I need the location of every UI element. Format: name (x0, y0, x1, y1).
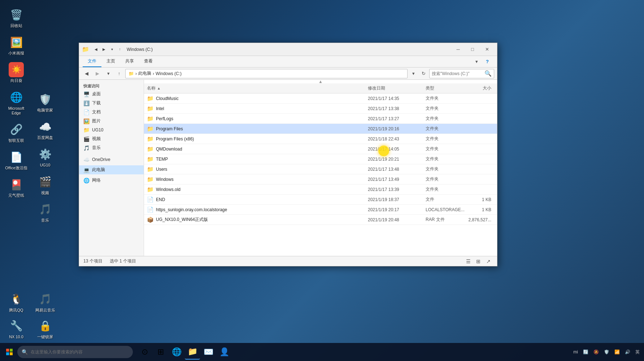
desktop-icon-onekey-lock[interactable]: 🔒 一键锁屏 (32, 318, 58, 339)
help-button[interactable]: ? (483, 57, 492, 66)
maximize-button[interactable]: □ (465, 43, 480, 56)
folder-item-icon: 📁 (147, 186, 154, 193)
close-button[interactable]: ✕ (480, 43, 494, 56)
desktop-icon-ug10[interactable]: ⚙️ UG10 (32, 147, 58, 168)
forward-button[interactable]: ▶ (93, 69, 102, 78)
taskbar-user[interactable]: 👤 (217, 344, 232, 360)
taskbar-network-icon: 📶 (613, 349, 621, 355)
taskbar-file-explorer[interactable]: 📁 (185, 344, 200, 360)
sidebar-item-documents[interactable]: 📄 文档 📌 (79, 108, 144, 117)
tab-view[interactable]: 查看 (139, 56, 158, 67)
computer-mgr-icon: 🛡️ (38, 92, 53, 107)
desktop-icon-zhilian[interactable]: 🔗 智联互联 (4, 122, 29, 143)
table-row[interactable]: 📁 PerfLogs 2021/1/17 13:27 文件夹 (144, 114, 497, 124)
file-name: TEMP (156, 157, 368, 162)
table-row[interactable]: 📄 https_sunlogin.oray.com.localstorage 2… (144, 205, 497, 215)
table-row[interactable]: 📁 QMDownload 2021/1/17 14:05 文件夹 (144, 144, 497, 154)
desktop-icons-bottom2: 🎵 网易云音乐 🔒 一键锁屏 (32, 292, 58, 339)
desktop-icon-pdf[interactable]: 📄 Office激活指 (4, 149, 29, 170)
dropdown-history-btn[interactable]: ▾ (104, 69, 113, 78)
path-drive[interactable]: Windows (C:) (156, 71, 182, 76)
table-row[interactable]: 📁 TEMP 2021/1/19 20:21 文件夹 (144, 154, 497, 164)
col-header-date[interactable]: 修改日期 (368, 85, 426, 91)
folder-item-icon: 📁 (147, 156, 154, 162)
pictures-sidebar-icon: 🖼️ (83, 118, 90, 124)
svg-rect-3 (10, 352, 13, 355)
desktop-icon-computer-mgr[interactable]: 🛡️ 电脑管家 (32, 92, 58, 113)
sidebar-item-pictures[interactable]: 🖼️ 图片 📌 (79, 117, 144, 126)
table-row[interactable]: 📁 Windows 2021/1/17 13:49 文件夹 (144, 174, 497, 184)
path-this-pc[interactable]: 此电脑 (138, 70, 151, 77)
col-header-name[interactable]: 名称 ▲ (147, 85, 368, 91)
tab-share[interactable]: 共享 (120, 56, 139, 67)
desktop-icon-music[interactable]: 🎵 音乐 (32, 202, 58, 223)
table-row[interactable]: 📁 Intel 2021/1/17 13:38 文件夹 (144, 104, 497, 114)
file-name: QMDownload (156, 147, 368, 152)
table-row[interactable]: 📁 Users 2021/1/17 13:48 文件夹 (144, 164, 497, 174)
desktop-icon-baidudisk[interactable]: ☁️ 百度网盘 (32, 119, 58, 140)
expand-button[interactable]: ↗ (484, 257, 493, 265)
up-button[interactable]: ↑ (114, 69, 124, 78)
taskbar-mail[interactable]: ✉️ (201, 344, 216, 360)
desktop-icon-netease[interactable]: 🎵 网易云音乐 (32, 292, 58, 313)
sidebar-item-network[interactable]: 🌐 网络 (79, 176, 144, 185)
taskbar-edge[interactable]: 🌐 (169, 344, 184, 360)
taskbar-task-view[interactable]: ⊞ (153, 344, 168, 360)
sidebar-item-desktop[interactable]: 🖥️ 桌面 📌 (79, 90, 144, 99)
dropdown-path-btn[interactable]: ▾ (409, 69, 418, 78)
file-list-area: ▲ 名称 ▲ 修改日期 类型 大小 📁 CloudMusic 2021/1/17… (144, 80, 497, 256)
folder-item-icon: 📁 (147, 116, 154, 122)
search-box[interactable]: 🔍 (429, 69, 494, 78)
desktop-icon-qq[interactable]: 🐧 腾讯QQ (4, 292, 29, 313)
table-row[interactable]: 📄 END 2021/1/19 18:37 文件 1 KB (144, 195, 497, 205)
desktop-icon-recycle-bin[interactable]: 🗑️ 回收站 (4, 7, 29, 28)
sidebar-onedrive-label: OneDrive (92, 157, 110, 162)
desktop-icon-nx10[interactable]: 🔧 NX 10.0 (4, 318, 29, 339)
address-path[interactable]: 📁 › 此电脑 › Windows (C:) (125, 69, 408, 78)
table-row[interactable]: 📦 UG_NX10.0_WIN64正式版 2021/1/19 20:48 RAR… (144, 215, 497, 225)
taskbar-mi[interactable]: mi (572, 349, 579, 355)
file-explorer-window: 📁 ◀ ▶ ▾ ↑ Windows (C:) ─ □ ✕ 文件 主页 共享 查看… (79, 43, 497, 266)
table-row[interactable]: 📁 Windows.old 2021/1/17 13:39 文件夹 (144, 184, 497, 195)
taskbar-search-box[interactable]: 🔍 (17, 346, 133, 358)
desktop-icon-sunflower[interactable]: ☀️ 向日葵 (4, 62, 29, 83)
desktop-icon-wallpaper[interactable]: 🎴 元气壁纸 (4, 177, 29, 198)
search-input[interactable] (432, 71, 483, 76)
sidebar-music-label: 音乐 (92, 145, 101, 151)
table-row[interactable]: 📁 Program Files (x86) 2021/1/18 22:43 文件… (144, 134, 497, 144)
ribbon-dropdown-btn[interactable]: ▾ (472, 57, 481, 66)
desktop-icon-video[interactable]: 🎬 视频 (32, 174, 58, 195)
start-button[interactable] (3, 345, 16, 358)
taskbar-lang[interactable]: 英 (634, 348, 641, 356)
title-dropdown-btn[interactable]: ▾ (109, 46, 115, 53)
taskbar-search-input[interactable] (31, 349, 129, 355)
search-icon: 🔍 (484, 70, 492, 77)
network-sidebar-icon: 🌐 (83, 178, 90, 183)
file-date: 2021/1/18 22:43 (368, 136, 426, 142)
col-header-size[interactable]: 大小 (462, 85, 494, 91)
window-title: Windows (C:) (127, 47, 153, 52)
col-header-type[interactable]: 类型 (426, 85, 462, 91)
tab-home[interactable]: 主页 (101, 56, 120, 67)
list-view-button[interactable]: ☰ (464, 257, 473, 265)
title-forward-btn[interactable]: ▶ (101, 46, 107, 53)
sidebar-item-ug10[interactable]: 📁 UG10 (79, 126, 144, 134)
minimize-button[interactable]: ─ (451, 43, 465, 56)
table-row[interactable]: 📁 Program Files 2021/1/19 20:16 文件夹 (144, 124, 497, 134)
folder-item-icon: 📁 (147, 146, 154, 152)
grid-view-button[interactable]: ⊞ (474, 257, 483, 265)
desktop-icon-edge[interactable]: 🌐 MicrosoftEdge (4, 90, 29, 116)
title-up-btn[interactable]: ↑ (117, 46, 123, 53)
table-row[interactable]: 📁 CloudMusic 2021/1/17 14:35 文件夹 (144, 93, 497, 104)
taskbar-cortana[interactable]: ⊙ (137, 344, 152, 360)
back-button[interactable]: ◀ (82, 69, 91, 78)
sidebar-item-onedrive[interactable]: ☁️ OneDrive (79, 155, 144, 164)
sidebar-item-this-pc[interactable]: 💻 此电脑 (79, 165, 144, 174)
title-back-btn[interactable]: ◀ (93, 46, 99, 53)
sidebar-item-videos[interactable]: 🎬 视频 (79, 134, 144, 143)
desktop-icon-xiaomi[interactable]: 🖼️ 小米画报 (4, 35, 29, 56)
sidebar-item-music[interactable]: 🎵 音乐 (79, 143, 144, 152)
sidebar-item-downloads[interactable]: ⬇️ 下载 📌 (79, 99, 144, 108)
refresh-button[interactable]: ↻ (419, 69, 428, 78)
tab-file[interactable]: 文件 (83, 56, 101, 67)
